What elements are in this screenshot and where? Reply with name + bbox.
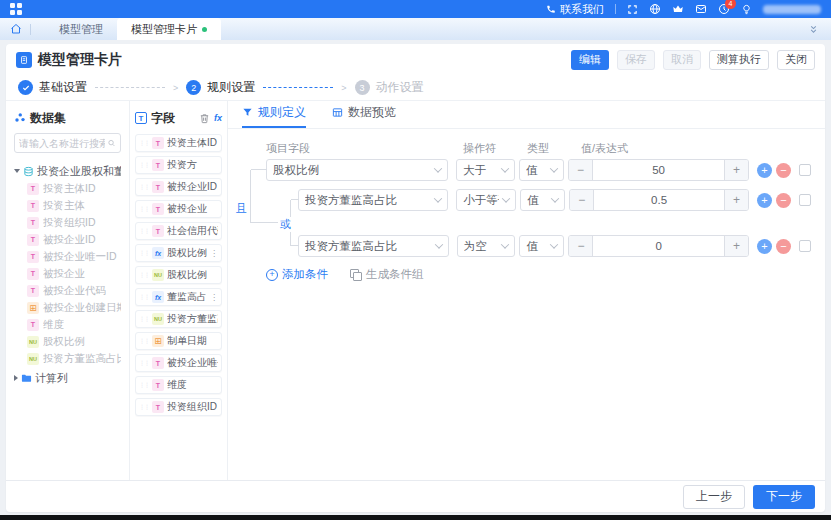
drag-handle-icon[interactable] bbox=[139, 338, 149, 344]
add-condition-link[interactable]: 添加条件 bbox=[266, 267, 328, 282]
field-card[interactable]: 制单日期 bbox=[135, 332, 222, 350]
close-button[interactable]: 关闭 bbox=[777, 50, 815, 70]
dataset-tree-item[interactable]: 维度 bbox=[14, 316, 121, 333]
tab-model-management-card[interactable]: 模型管理卡片 bbox=[117, 18, 221, 40]
dataset-tree-item[interactable]: 投资主体ID bbox=[14, 180, 121, 197]
dataset-tree-item[interactable]: 被投企业 bbox=[14, 265, 121, 282]
field-card[interactable]: 投资方 bbox=[135, 156, 222, 174]
rule-type-select[interactable]: 值 bbox=[520, 189, 565, 211]
drag-handle-icon[interactable] bbox=[139, 404, 149, 410]
field-menu-icon[interactable] bbox=[210, 249, 218, 258]
home-icon[interactable] bbox=[10, 23, 22, 35]
drag-handle-icon[interactable] bbox=[139, 162, 149, 168]
field-card[interactable]: 维度 bbox=[135, 376, 222, 394]
tab-data-preview[interactable]: 数据预览 bbox=[332, 104, 396, 128]
run-calculation-button[interactable]: 测算执行 bbox=[709, 50, 769, 70]
field-card[interactable]: 被投企业ID bbox=[135, 178, 222, 196]
drag-handle-icon[interactable] bbox=[139, 140, 149, 146]
add-condition-button[interactable] bbox=[757, 239, 772, 254]
dataset-tree-item[interactable]: 投资主体 bbox=[14, 197, 121, 214]
and-connector-label[interactable]: 且 bbox=[234, 201, 249, 216]
row-checkbox[interactable] bbox=[799, 240, 811, 252]
row-checkbox[interactable] bbox=[799, 164, 811, 176]
caret-right-icon[interactable] bbox=[14, 375, 18, 381]
step-basic-settings[interactable]: 基础设置 bbox=[18, 79, 87, 96]
drag-handle-icon[interactable] bbox=[139, 228, 149, 234]
drag-handle-icon[interactable] bbox=[139, 272, 149, 278]
remove-condition-button[interactable] bbox=[776, 163, 791, 178]
lightbulb-icon[interactable] bbox=[741, 4, 752, 15]
increment-button[interactable] bbox=[724, 160, 748, 180]
edit-button[interactable]: 编辑 bbox=[571, 50, 609, 70]
field-card[interactable]: 社会信用代码 bbox=[135, 222, 222, 240]
drag-handle-icon[interactable] bbox=[139, 250, 149, 256]
rule-type-select[interactable]: 值 bbox=[519, 235, 564, 257]
make-condition-group-link[interactable]: 生成条件组 bbox=[350, 267, 424, 282]
rule-field-select[interactable]: 投资方董监高占比 bbox=[298, 235, 449, 257]
dataset-tree-item[interactable]: 股权比例 bbox=[14, 333, 121, 350]
user-account[interactable] bbox=[763, 5, 821, 14]
dataset-tree-item[interactable]: 投资组织ID bbox=[14, 214, 121, 231]
decrement-button[interactable] bbox=[569, 160, 593, 180]
drag-handle-icon[interactable] bbox=[139, 382, 149, 388]
rule-operator-select[interactable]: 为空 bbox=[457, 235, 516, 257]
collapse-tabs-icon[interactable] bbox=[808, 24, 819, 35]
tab-rule-definition[interactable]: 规则定义 bbox=[242, 104, 306, 128]
rule-type-select[interactable]: 值 bbox=[519, 159, 564, 181]
drag-handle-icon[interactable] bbox=[139, 294, 149, 300]
field-card[interactable]: 被投企业唯一ID bbox=[135, 354, 222, 372]
rule-field-select[interactable]: 投资方董监高占比 bbox=[298, 189, 448, 211]
field-card[interactable]: 董监高占比(%) bbox=[135, 288, 222, 306]
add-condition-button[interactable] bbox=[757, 193, 772, 208]
dataset-tree-item[interactable]: 投资方董监高占比 bbox=[14, 350, 121, 367]
dataset-tree-item[interactable]: 被投企业代码 bbox=[14, 282, 121, 299]
increment-button[interactable] bbox=[724, 190, 748, 210]
app-logo-grid-icon[interactable] bbox=[10, 3, 22, 15]
fullscreen-icon[interactable] bbox=[627, 4, 638, 15]
or-connector-label[interactable]: 或 bbox=[278, 217, 293, 232]
value-input[interactable] bbox=[593, 236, 724, 256]
dataset-tree-item[interactable]: 被投企业创建日期 bbox=[14, 299, 121, 316]
field-card[interactable]: 投资组织ID bbox=[135, 398, 222, 416]
todo-clock-icon[interactable]: 4 bbox=[718, 3, 730, 15]
field-card[interactable]: 股权比例 bbox=[135, 266, 222, 284]
increment-button[interactable] bbox=[724, 236, 748, 256]
calculated-columns-folder[interactable]: 计算列 bbox=[14, 369, 121, 387]
field-card[interactable]: 股权比例(%) bbox=[135, 244, 222, 262]
decrement-button[interactable] bbox=[569, 236, 593, 256]
step-action-settings[interactable]: 3 动作设置 bbox=[355, 79, 424, 96]
trash-icon[interactable] bbox=[199, 113, 210, 124]
rule-operator-select[interactable]: 大于 bbox=[456, 159, 515, 181]
next-step-button[interactable]: 下一步 bbox=[753, 485, 815, 509]
caret-down-icon[interactable] bbox=[14, 169, 20, 173]
drag-handle-icon[interactable] bbox=[139, 206, 149, 212]
value-input[interactable] bbox=[594, 190, 724, 210]
drag-handle-icon[interactable] bbox=[139, 360, 149, 366]
row-checkbox[interactable] bbox=[799, 194, 811, 206]
rule-operator-select[interactable]: 小于等于 bbox=[456, 189, 516, 211]
search-input[interactable] bbox=[19, 138, 105, 149]
drag-handle-icon[interactable] bbox=[139, 184, 149, 190]
remove-condition-button[interactable] bbox=[776, 239, 791, 254]
tab-model-management[interactable]: 模型管理 bbox=[45, 18, 117, 40]
field-card[interactable]: 投资主体ID bbox=[135, 134, 222, 152]
field-card[interactable]: 投资方董监高占比 bbox=[135, 310, 222, 328]
dataset-tree-root[interactable]: 投资企业股权和董监高 bbox=[14, 162, 121, 180]
dataset-tree-item[interactable]: 被投企业唯一ID bbox=[14, 248, 121, 265]
step-rule-settings[interactable]: 2 规则设置 bbox=[186, 79, 255, 96]
rule-field-select[interactable]: 股权比例 bbox=[266, 159, 448, 181]
mail-icon[interactable] bbox=[695, 3, 707, 15]
value-input[interactable] bbox=[593, 160, 724, 180]
previous-step-button[interactable]: 上一步 bbox=[683, 485, 745, 509]
field-menu-icon[interactable] bbox=[210, 293, 218, 302]
add-condition-button[interactable] bbox=[757, 163, 772, 178]
dataset-tree-item[interactable]: 被投企业ID bbox=[14, 231, 121, 248]
drag-handle-icon[interactable] bbox=[139, 316, 149, 322]
search-icon[interactable] bbox=[107, 138, 116, 148]
remove-condition-button[interactable] bbox=[776, 193, 791, 208]
save-button[interactable]: 保存 bbox=[617, 50, 655, 70]
contact-us-link[interactable]: 联系我们 bbox=[546, 2, 604, 17]
add-formula-fx-icon[interactable]: fx bbox=[214, 113, 222, 123]
decrement-button[interactable] bbox=[570, 190, 594, 210]
crown-icon[interactable] bbox=[672, 3, 684, 15]
